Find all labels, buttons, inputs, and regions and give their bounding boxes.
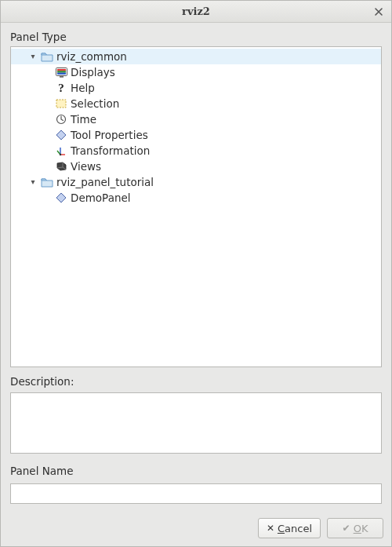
time-icon bbox=[55, 113, 67, 126]
tree-item-demopanel[interactable]: DemoPanel bbox=[11, 190, 381, 206]
dialog-button-row: ✕ Cancel ✔ OK bbox=[1, 512, 391, 546]
tree-item-views[interactable]: Views bbox=[11, 159, 381, 174]
tree-item-label: Time bbox=[71, 111, 96, 127]
tree-item-tool-properties[interactable]: Tool Properties bbox=[11, 127, 381, 143]
description-label: Description: bbox=[10, 375, 382, 388]
demo-panel-icon bbox=[55, 191, 67, 204]
panel-name-input[interactable] bbox=[10, 483, 382, 504]
tree-item-label: Selection bbox=[71, 96, 119, 111]
selection-icon bbox=[55, 97, 67, 110]
svg-marker-10 bbox=[56, 193, 66, 202]
ok-button[interactable]: ✔ OK bbox=[327, 518, 383, 538]
panel-type-tree[interactable]: ▾ rviz_common Displays ? Help bbox=[10, 46, 382, 367]
tree-item-help[interactable]: ? Help bbox=[11, 80, 381, 96]
tree-item-time[interactable]: Time bbox=[11, 111, 381, 127]
close-icon bbox=[374, 7, 383, 16]
svg-rect-6 bbox=[56, 100, 66, 108]
cancel-x-icon: ✕ bbox=[267, 523, 274, 534]
svg-rect-2 bbox=[57, 71, 66, 72]
titlebar: rviz2 bbox=[1, 1, 391, 23]
dialog-content: Panel Type ▾ rviz_common Displays ? bbox=[1, 23, 391, 512]
cancel-button[interactable]: ✕ Cancel bbox=[258, 518, 321, 538]
svg-rect-1 bbox=[57, 69, 66, 71]
help-icon: ? bbox=[55, 82, 67, 94]
panel-name-label: Panel Name bbox=[10, 465, 382, 477]
expand-arrow-icon[interactable]: ▾ bbox=[28, 174, 38, 190]
tree-item-label: Transformation bbox=[71, 143, 150, 159]
tree-item-transformation[interactable]: Transformation bbox=[11, 143, 381, 159]
svg-rect-4 bbox=[60, 76, 64, 78]
svg-point-9 bbox=[60, 154, 61, 155]
tree-item-label: Tool Properties bbox=[71, 127, 148, 143]
tree-item-label: DemoPanel bbox=[71, 190, 131, 206]
displays-icon bbox=[55, 66, 67, 78]
tree-item-label: Views bbox=[71, 159, 101, 174]
tree-group-label: rviz_panel_tutorial bbox=[56, 174, 154, 190]
tree-item-selection[interactable]: Selection bbox=[11, 96, 381, 111]
dialog-window: rviz2 Panel Type ▾ rviz_common Displays bbox=[0, 0, 392, 547]
ok-check-icon: ✔ bbox=[343, 523, 350, 534]
tree-group-rviz-common[interactable]: ▾ rviz_common bbox=[11, 49, 381, 64]
views-icon bbox=[55, 160, 67, 173]
svg-text:?: ? bbox=[58, 82, 64, 93]
window-title: rviz2 bbox=[182, 5, 210, 17]
expand-arrow-icon[interactable]: ▾ bbox=[28, 49, 38, 64]
panel-type-label: Panel Type bbox=[10, 31, 382, 43]
ok-button-label: OK bbox=[354, 523, 368, 534]
tree-item-displays[interactable]: Displays bbox=[11, 64, 381, 80]
tree-group-label: rviz_common bbox=[56, 49, 127, 64]
tree-item-label: Help bbox=[71, 80, 95, 96]
close-button[interactable] bbox=[371, 4, 387, 20]
tree-group-rviz-panel-tutorial[interactable]: ▾ rviz_panel_tutorial bbox=[11, 174, 381, 190]
svg-marker-8 bbox=[56, 130, 66, 140]
tool-properties-icon bbox=[55, 129, 67, 141]
folder-icon bbox=[41, 50, 53, 63]
tree-item-label: Displays bbox=[71, 64, 115, 80]
transformation-icon bbox=[55, 144, 67, 157]
folder-icon bbox=[41, 176, 53, 188]
svg-rect-3 bbox=[57, 72, 66, 74]
description-box bbox=[10, 392, 382, 454]
cancel-button-label: Cancel bbox=[278, 523, 312, 534]
